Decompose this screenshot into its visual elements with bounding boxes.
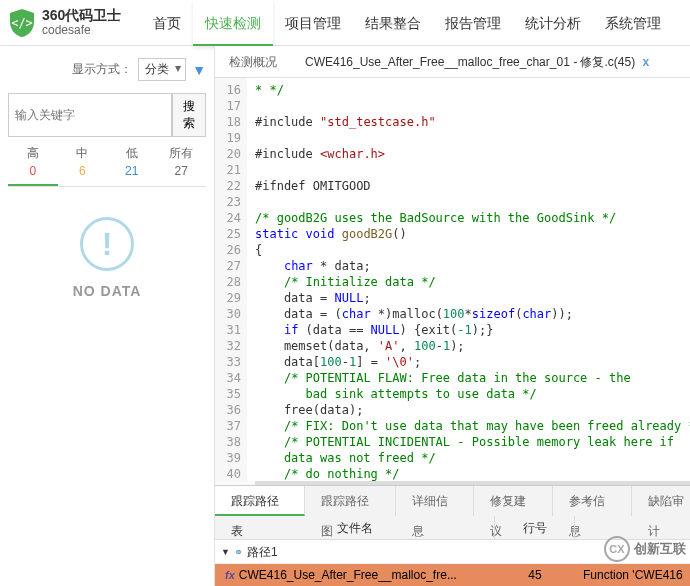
logo-text-en: codesafe bbox=[42, 24, 121, 37]
tab-source-file[interactable]: CWE416_Use_After_Free__malloc_free_char_… bbox=[291, 46, 663, 77]
watermark: CX 创新互联 bbox=[604, 536, 686, 562]
severity-low[interactable]: 低 21 bbox=[107, 137, 157, 186]
logo: </> 360代码卫士 codesafe bbox=[8, 8, 121, 38]
line-gutter: 16 17 18 19 20 21 22 23 24 25 26 27 28 2… bbox=[215, 78, 247, 481]
close-icon[interactable]: x bbox=[643, 55, 650, 69]
code-content: * */ #include "std_testcase.h" #include … bbox=[247, 78, 690, 481]
nav-home[interactable]: 首页 bbox=[141, 0, 193, 46]
severity-all[interactable]: 所有 27 bbox=[157, 137, 207, 186]
exclamation-icon: ! bbox=[80, 217, 134, 271]
main-content: 检测概况 CWE416_Use_After_Free__malloc_free_… bbox=[215, 46, 690, 586]
tab-fix[interactable]: 修复建议 bbox=[474, 486, 553, 516]
tab-audit[interactable]: 缺陷审计 bbox=[632, 486, 690, 516]
tab-overview[interactable]: 检测概况 bbox=[215, 46, 291, 77]
shield-icon: </> bbox=[8, 8, 36, 38]
tab-reference[interactable]: 参考信息 bbox=[553, 486, 632, 516]
severity-mid[interactable]: 中 6 bbox=[58, 137, 108, 186]
tab-detail[interactable]: 详细信息 bbox=[396, 486, 475, 516]
nav-quick-detect[interactable]: 快速检测 bbox=[193, 0, 273, 46]
app-header: </> 360代码卫士 codesafe 首页 快速检测 项目管理 结果整合 报… bbox=[0, 0, 690, 46]
display-mode-label: 显示方式： bbox=[72, 61, 132, 78]
nav-result[interactable]: 结果整合 bbox=[353, 0, 433, 46]
display-mode-select[interactable]: 分类 bbox=[138, 58, 186, 81]
severity-tabs: 高 0 中 6 低 21 所有 27 bbox=[8, 137, 206, 187]
nav-stats[interactable]: 统计分析 bbox=[513, 0, 593, 46]
expand-icon: ▼ bbox=[221, 540, 230, 564]
nav-report[interactable]: 报告管理 bbox=[433, 0, 513, 46]
nav-project[interactable]: 项目管理 bbox=[273, 0, 353, 46]
trace-row-selected[interactable]: fx CWE416_Use_After_Free__malloc_fre... … bbox=[215, 564, 690, 586]
logo-text-cn: 360代码卫士 bbox=[42, 8, 121, 23]
main-nav: 首页 快速检测 项目管理 结果整合 报告管理 统计分析 系统管理 bbox=[141, 0, 673, 46]
code-editor[interactable]: 16 17 18 19 20 21 22 23 24 25 26 27 28 2… bbox=[215, 78, 690, 481]
severity-high[interactable]: 高 0 bbox=[8, 137, 58, 186]
path-icon: ⚭ bbox=[234, 540, 243, 564]
svg-text:</>: </> bbox=[11, 16, 33, 30]
watermark-icon: CX bbox=[604, 536, 630, 562]
search-input[interactable] bbox=[8, 93, 172, 137]
tab-trace-graph[interactable]: 跟踪路径图 bbox=[305, 486, 395, 516]
filter-icon[interactable]: ▼ bbox=[192, 62, 206, 78]
sidebar: 显示方式： 分类 ▼ 搜索 高 0 中 6 低 21 所有 27 bbox=[0, 46, 215, 586]
file-tabs: 检测概况 CWE416_Use_After_Free__malloc_free_… bbox=[215, 46, 690, 78]
tab-trace-table[interactable]: 跟踪路径表 bbox=[215, 486, 305, 516]
function-icon: fx bbox=[225, 564, 235, 586]
no-data-placeholder: ! NO DATA bbox=[8, 187, 206, 329]
search-button[interactable]: 搜索 bbox=[172, 93, 206, 137]
nav-system[interactable]: 系统管理 bbox=[593, 0, 673, 46]
